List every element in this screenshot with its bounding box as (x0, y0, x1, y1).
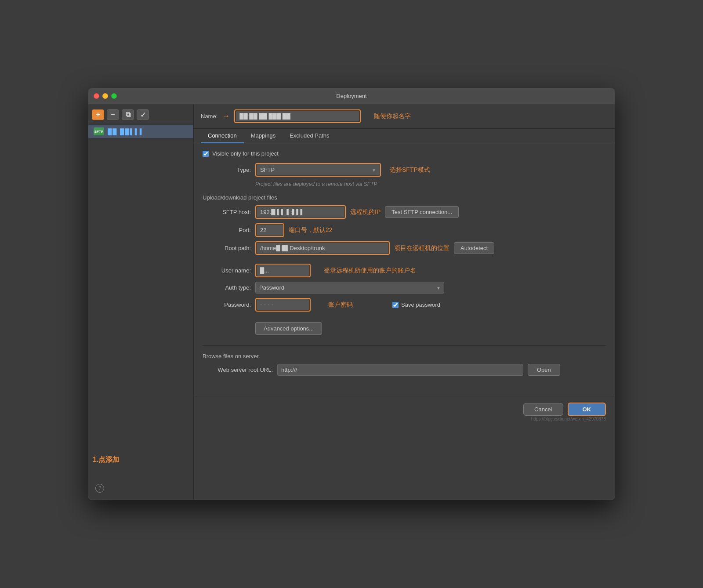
type-select[interactable]: SFTP FTP FTPS Local or mounted folder (257, 164, 380, 175)
name-bar: Name: → 随便你起名字 (194, 104, 615, 129)
password-annotation: 账户密码 (328, 301, 353, 309)
bottom-bar: Cancel OK https://blog.csdn.net/weixin_4… (194, 396, 615, 422)
window-title: Deployment (336, 93, 366, 99)
port-input-wrapper (255, 223, 284, 237)
deployment-window: Deployment + − ⧉ ✓ SFTP ██ ██▌▌▌ 1.点添加 ?… (88, 88, 615, 500)
form-content: Visible only for this project Type: SFTP… (194, 143, 615, 387)
traffic-lights (94, 93, 117, 99)
tab-connection[interactable]: Connection (201, 129, 244, 143)
sidebar-item-label: ██ ██▌▌▌ (108, 128, 145, 135)
user-name-input[interactable] (257, 265, 309, 276)
copy-server-button[interactable]: ⧉ (122, 109, 134, 120)
type-select-container: SFTP FTP FTPS Local or mounted folder ▼ (257, 164, 380, 175)
sftp-host-row: SFTP host: 远程机的IP Test SFTP connection..… (203, 205, 606, 219)
sftp-host-annotation: 远程机的IP (350, 208, 380, 216)
close-button[interactable] (94, 93, 99, 99)
root-path-row: Root path: 项目在远程机的位置 Autodetect (203, 241, 606, 255)
web-url-input[interactable] (277, 364, 523, 376)
test-sftp-button[interactable]: Test SFTP connection... (385, 206, 459, 218)
type-annotation: 选择SFTP模式 (390, 166, 430, 174)
password-input-wrapper (255, 298, 311, 312)
watermark: https://blog.csdn.net/weixin_42970378 (531, 417, 606, 421)
root-path-input-wrapper (255, 241, 390, 255)
name-label: Name: (201, 113, 217, 120)
sftp-host-input-wrapper (255, 205, 346, 219)
maximize-button[interactable] (111, 93, 117, 99)
upload-section-title: Upload/download project files (203, 194, 606, 201)
sidebar: + − ⧉ ✓ SFTP ██ ██▌▌▌ 1.点添加 ? (88, 104, 194, 500)
minimize-button[interactable] (102, 93, 108, 99)
divider (203, 345, 606, 346)
save-password-label: Save password (401, 301, 440, 308)
auth-type-select-container: Password Key pair OpenSSH config and aut… (255, 282, 444, 294)
web-url-row: Web server root URL: Open (203, 364, 606, 376)
name-annotation: 随便你起名字 (374, 113, 411, 120)
user-name-row: User name: 登录远程机所使用的账户的账户名 (203, 264, 606, 277)
advanced-options-button[interactable]: Advanced options... (255, 322, 322, 335)
visible-only-label: Visible only for this project (212, 150, 279, 157)
port-label: Port: (203, 227, 251, 233)
port-annotation: 端口号，默认22 (289, 226, 333, 234)
titlebar: Deployment (88, 88, 615, 104)
sidebar-annotation: 1.点添加 (93, 455, 120, 465)
type-label: Type: (203, 167, 251, 173)
add-server-button[interactable]: + (92, 109, 104, 120)
password-label: Password: (203, 301, 251, 308)
root-path-input[interactable] (257, 243, 388, 254)
user-name-input-wrapper (255, 264, 311, 277)
sidebar-toolbar: + − ⧉ ✓ (88, 108, 193, 122)
autodetect-button[interactable]: Autodetect (454, 242, 494, 254)
name-input[interactable] (236, 111, 359, 121)
auth-type-label: Auth type: (203, 284, 251, 291)
auth-type-row: Auth type: Password Key pair OpenSSH con… (203, 282, 606, 294)
port-input[interactable] (257, 225, 283, 236)
ok-button[interactable]: OK (568, 403, 606, 416)
visible-only-checkbox[interactable] (203, 151, 209, 157)
confirm-button[interactable]: ✓ (137, 109, 149, 120)
sftp-host-label: SFTP host: (203, 209, 251, 215)
user-name-label: User name: (203, 267, 251, 274)
port-row: Port: 端口号，默认22 (203, 223, 606, 237)
user-name-annotation: 登录远程机所使用的账户的账户名 (324, 267, 416, 275)
sftp-icon: SFTP (94, 127, 104, 135)
save-password-group: Save password (392, 301, 440, 308)
browse-section-title: Browse files on server (203, 353, 606, 359)
type-row: Type: SFTP FTP FTPS Local or mounted fol… (203, 163, 606, 177)
main-panel: Name: → 随便你起名字 Connection Mappings Exclu… (194, 104, 615, 500)
sidebar-item-sftp[interactable]: SFTP ██ ██▌▌▌ (88, 125, 193, 138)
save-password-checkbox[interactable] (392, 302, 399, 308)
type-select-wrapper: SFTP FTP FTPS Local or mounted folder ▼ (255, 163, 381, 177)
web-url-label: Web server root URL: (203, 367, 273, 373)
tab-mappings[interactable]: Mappings (244, 129, 283, 143)
open-button[interactable]: Open (528, 364, 560, 376)
visible-only-row: Visible only for this project (203, 150, 606, 157)
root-path-label: Root path: (203, 245, 251, 251)
root-path-annotation: 项目在远程机的位置 (394, 244, 449, 252)
cancel-button[interactable]: Cancel (523, 403, 563, 416)
auth-type-select[interactable]: Password Key pair OpenSSH config and aut… (255, 282, 444, 294)
tabs: Connection Mappings Excluded Paths (194, 129, 615, 143)
tab-excluded-paths[interactable]: Excluded Paths (283, 129, 336, 143)
name-arrow: → (222, 112, 230, 121)
password-row: Password: 账户密码 Save password (203, 298, 606, 312)
name-input-wrapper (234, 109, 361, 123)
type-hint: Project files are deployed to a remote h… (255, 181, 606, 187)
remove-server-button[interactable]: − (107, 109, 119, 120)
password-input[interactable] (257, 299, 309, 310)
help-button[interactable]: ? (95, 484, 104, 493)
sftp-host-input[interactable] (257, 207, 344, 218)
content-area: + − ⧉ ✓ SFTP ██ ██▌▌▌ 1.点添加 ? Name: → 随便… (88, 104, 615, 500)
